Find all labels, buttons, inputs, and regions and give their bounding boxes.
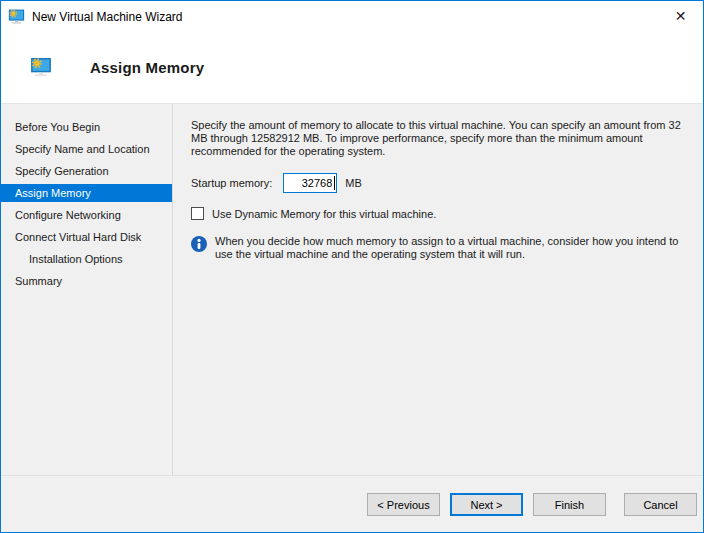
memory-unit-label: MB — [345, 177, 362, 189]
cancel-button[interactable]: Cancel — [624, 493, 697, 516]
page-header: Assign Memory — [1, 32, 703, 104]
previous-button[interactable]: < Previous — [367, 493, 440, 516]
titlebar: New Virtual Machine Wizard ✕ — [1, 1, 703, 32]
info-icon — [191, 236, 207, 252]
sidebar-item-summary[interactable]: Summary — [1, 272, 172, 290]
wizard-footer: < Previous Next > Finish Cancel — [1, 475, 703, 532]
dynamic-memory-checkbox[interactable] — [191, 207, 204, 220]
window-title: New Virtual Machine Wizard — [32, 10, 183, 24]
info-note-text: When you decide how much memory to assig… — [215, 235, 695, 261]
startup-memory-input-wrap — [283, 173, 337, 193]
sidebar-item-before-you-begin[interactable]: Before You Begin — [1, 118, 172, 136]
sidebar-item-configure-networking[interactable]: Configure Networking — [1, 206, 172, 224]
dynamic-memory-checkbox-row[interactable]: Use Dynamic Memory for this virtual mach… — [191, 207, 695, 220]
sidebar-item-assign-memory[interactable]: Assign Memory — [1, 184, 172, 202]
dynamic-memory-checkbox-label[interactable]: Use Dynamic Memory for this virtual mach… — [212, 208, 436, 220]
sidebar-item-specify-name-and-location[interactable]: Specify Name and Location — [1, 140, 172, 158]
sidebar-item-connect-virtual-hard-disk[interactable]: Connect Virtual Hard Disk — [1, 228, 172, 246]
page-title: Assign Memory — [90, 59, 204, 76]
close-button[interactable]: ✕ — [658, 1, 703, 32]
wizard-steps-sidebar: Before You Begin Specify Name and Locati… — [1, 104, 173, 475]
startup-memory-input[interactable] — [283, 173, 337, 193]
text-caret — [334, 176, 335, 190]
vm-monitor-icon — [29, 56, 53, 78]
memory-description-text: Specify the amount of memory to allocate… — [191, 119, 695, 158]
wizard-window: New Virtual Machine Wizard ✕ Assign Memo… — [0, 0, 704, 533]
wizard-body: Before You Begin Specify Name and Locati… — [1, 104, 703, 475]
sidebar-item-specify-generation[interactable]: Specify Generation — [1, 162, 172, 180]
startup-memory-label: Startup memory: — [191, 177, 272, 189]
finish-button[interactable]: Finish — [533, 493, 606, 516]
sidebar-item-installation-options[interactable]: Installation Options — [1, 250, 172, 268]
next-button[interactable]: Next > — [450, 493, 523, 516]
info-note-row: When you decide how much memory to assig… — [191, 235, 695, 261]
startup-memory-row: Startup memory: MB — [191, 173, 695, 193]
vm-monitor-icon — [8, 8, 25, 25]
step-content: Specify the amount of memory to allocate… — [173, 104, 703, 475]
